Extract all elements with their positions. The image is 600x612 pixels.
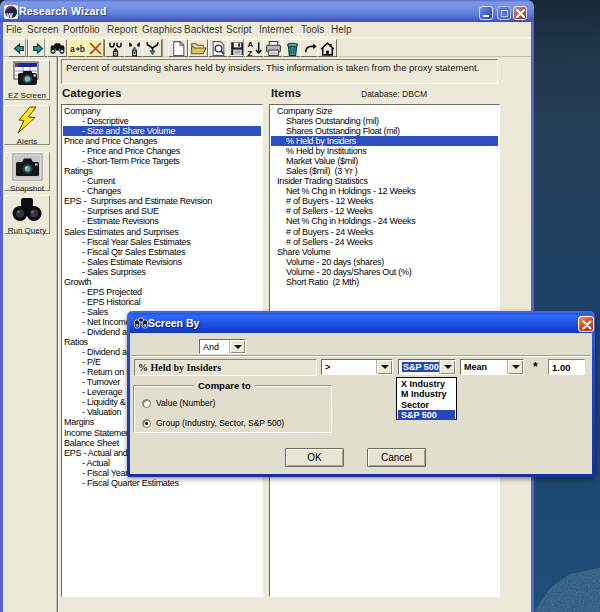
svg-text:a: a bbox=[70, 44, 75, 54]
svg-text:Z: Z bbox=[248, 49, 253, 57]
